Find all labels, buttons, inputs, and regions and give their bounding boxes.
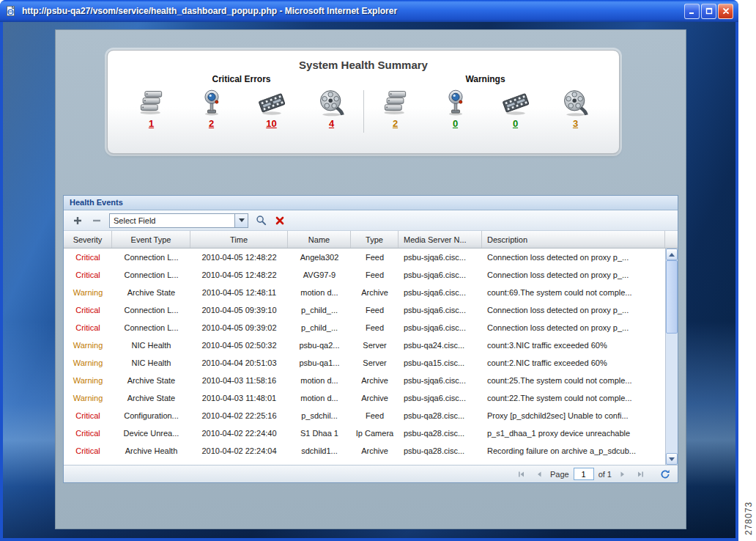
system-health-summary-panel: System Health Summary Critical Errors121… [107,50,620,154]
severity-cell: Critical [64,319,112,336]
add-filter-button[interactable] [71,214,84,227]
type-cell: Feed [351,319,399,336]
severity-cell: Warning [64,389,112,407]
summary-count-link[interactable]: 2 [393,118,398,129]
table-row[interactable]: CriticalConfiguration...2010-04-02 22:25… [64,407,678,424]
type-cell: Archive [351,442,399,460]
column-header[interactable]: Severity [64,231,112,248]
search-button[interactable] [254,214,267,227]
previous-page-icon [536,471,543,478]
table-row[interactable]: WarningArchive State2010-04-05 12:48:11m… [64,284,678,301]
media-server-cell: psbu-sjqa6.cisc... [399,372,482,389]
table-row[interactable]: CriticalConnection L...2010-04-05 12:48:… [64,266,678,284]
title-bar[interactable]: http://psbu-qa27/vsom/service/health_das… [0,0,738,22]
arrow-up-icon [669,253,675,257]
column-header[interactable]: Time [190,231,288,248]
scroll-up-button[interactable] [666,249,678,260]
severity-cell: Critical [64,424,112,442]
table-row[interactable]: CriticalDevice Unrea...2010-04-02 22:24:… [64,424,678,442]
column-header[interactable]: Event Type [112,231,190,248]
table-row[interactable]: CriticalArchive Health2010-04-02 22:24:0… [64,442,678,460]
window-controls [684,4,733,19]
camera-icon [197,88,226,117]
encoder-film-icon [501,88,530,117]
summary-count-link[interactable]: 0 [513,118,518,129]
media-server-cell: psbu-qa15.cisc... [399,354,482,372]
field-select[interactable]: Select Field [109,213,248,228]
archive-reel-icon [317,88,346,117]
red-x-icon [275,216,284,225]
name-cell: psbu-qa2... [288,336,351,354]
summary-count-link[interactable]: 0 [453,118,458,129]
table-row[interactable]: CriticalConnection L...2010-04-05 09:39:… [64,319,678,336]
severity-cell: Warning [64,284,112,301]
remove-filter-button[interactable] [90,214,103,227]
browser-window: http://psbu-qa27/vsom/service/health_das… [0,0,738,541]
health-events-panel: Health Events Select Field [63,195,678,483]
event-type-cell: Device Unrea... [112,424,190,442]
name-cell: motion d... [288,284,351,301]
description-cell: Proxy [p_sdchild2sec] Unable to confi... [482,407,665,424]
close-button[interactable] [718,4,733,19]
description-cell: Connection loss detected on proxy p_... [482,266,665,284]
summary-count-link[interactable]: 1 [149,118,154,129]
clear-filter-button[interactable] [273,214,286,227]
table-header: SeverityEvent TypeTimeNameTypeMedia Serv… [64,231,678,249]
description-cell: Connection loss detected on proxy p_... [482,249,665,266]
summary-count-link[interactable]: 3 [573,118,578,129]
media-server-cell: psbu-sjqa6.cisc... [399,249,482,266]
event-type-cell: Connection L... [112,319,190,336]
table-row[interactable]: WarningNIC Health2010-04-05 02:50:32psbu… [64,336,678,354]
vertical-scrollbar[interactable] [665,249,678,465]
events-table: SeverityEvent TypeTimeNameTypeMedia Serv… [64,231,678,465]
scrollbar-track[interactable] [666,260,678,453]
encoder-film-icon [257,88,286,117]
severity-cell: Critical [64,301,112,319]
column-header[interactable]: Type [351,231,399,248]
summary-item: 2 [195,88,229,129]
minimize-button[interactable] [684,4,700,19]
type-cell: Feed [351,301,399,319]
type-cell: Server [351,336,399,354]
table-row[interactable]: CriticalConnection L...2010-04-05 12:48:… [64,249,678,266]
summary-groups: Critical Errors12104Warnings2003 [108,74,619,133]
table-row[interactable]: WarningNIC Health2010-04-04 20:51:03psbu… [64,354,678,372]
first-page-button[interactable] [515,468,528,481]
time-cell: 2010-04-02 22:25:16 [190,407,288,424]
description-cell: p_s1_dhaa_1 proxy device unreachable [482,424,665,442]
name-cell: S1 Dhaa 1 [288,424,351,442]
column-header[interactable]: Description [482,231,665,248]
next-page-button[interactable] [616,468,629,481]
description-cell: count:22.The system could not comple... [482,389,665,407]
refresh-button[interactable] [659,468,672,481]
severity-cell: Warning [64,336,112,354]
summary-count-link[interactable]: 10 [266,118,276,129]
summary-count-link[interactable]: 2 [209,118,214,129]
header-filler [665,231,678,248]
table-row[interactable]: CriticalConnection L...2010-04-05 09:39:… [64,301,678,319]
maximize-button[interactable] [701,4,716,19]
table-body: CriticalConnection L...2010-04-05 12:48:… [64,249,678,465]
summary-count-link[interactable]: 4 [329,118,334,129]
summary-item: 4 [315,88,349,129]
media-server-cell: psbu-sjqa6.cisc... [399,284,482,301]
last-page-button[interactable] [634,468,647,481]
summary-item: 0 [439,88,472,129]
previous-page-button[interactable] [533,468,546,481]
scroll-down-button[interactable] [666,453,678,465]
table-row[interactable]: WarningArchive State2010-04-03 11:58:16m… [64,372,678,389]
column-header[interactable]: Name [288,231,351,248]
page-number-input[interactable] [574,468,594,480]
type-cell: Archive [351,389,399,407]
column-header[interactable]: Media Server N... [399,231,482,248]
table-row[interactable]: WarningArchive State2010-04-03 11:48:01m… [64,389,678,407]
field-select-dropdown-button[interactable] [234,214,248,227]
media-server-cell: psbu-sjqa6.cisc... [399,266,482,284]
scrollbar-thumb[interactable] [666,260,678,334]
time-cell: 2010-04-05 12:48:22 [190,249,288,266]
event-type-cell: Archive Health [112,442,190,460]
media-server-cell: psbu-sjqa6.cisc... [399,301,482,319]
summary-title: System Health Summary [108,51,619,71]
type-cell: Archive [351,284,399,301]
time-cell: 2010-04-05 12:48:22 [190,266,288,284]
